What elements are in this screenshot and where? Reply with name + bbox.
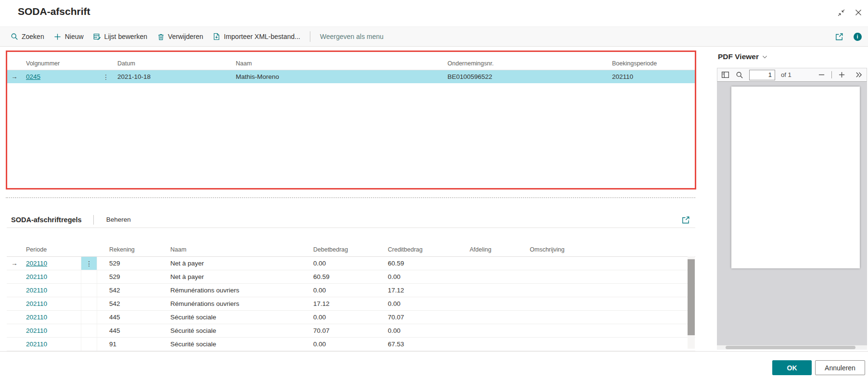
row-arrow-icon	[7, 324, 26, 337]
new-action[interactable]: Nieuw	[49, 27, 89, 46]
afdeling-value	[470, 257, 530, 270]
naam-value: Sécurité sociale	[170, 338, 313, 351]
toolbar-divider	[310, 31, 310, 42]
periode-value[interactable]: 202110	[26, 341, 47, 348]
rekening-value: 542	[97, 284, 170, 297]
table-row[interactable]: 202110 91 Sécurité sociale 0.00 67.53	[7, 338, 695, 351]
ok-button[interactable]: OK	[772, 360, 812, 375]
periode-value[interactable]: 202110	[26, 273, 47, 280]
row-dots[interactable]: ⋮	[81, 257, 97, 270]
search-action[interactable]: Zoeken	[11, 27, 49, 46]
row-dots[interactable]	[81, 324, 97, 337]
zoom-out-icon[interactable]	[817, 71, 826, 79]
edit-list-action[interactable]: Lijst bewerken	[89, 27, 153, 46]
naam-value: Net à payer	[170, 270, 313, 283]
column-header-volgnummer[interactable]: Volgnummer	[26, 57, 98, 70]
table-row[interactable]: → 0245 ⋮ 2021-10-18 Mathis-Moreno BE0100…	[7, 70, 695, 83]
scrollbar-thumb[interactable]	[688, 259, 695, 335]
pdf-search-icon[interactable]	[735, 71, 743, 79]
header-spacer	[7, 243, 26, 256]
omschrijving-value	[530, 311, 695, 324]
main-content: Volgnummer Datum Naam Ondernemingsnr. Bo…	[0, 47, 696, 351]
debet-value: 0.00	[313, 284, 388, 297]
column-header-datum[interactable]: Datum	[114, 57, 236, 70]
double-chevron-right-icon[interactable]	[855, 71, 863, 79]
periode-value[interactable]: 202110	[26, 287, 47, 294]
credit-value: 0.00	[388, 297, 470, 310]
pdf-viewer-dropdown[interactable]: PDF Viewer	[718, 52, 768, 61]
row-arrow-icon	[7, 270, 26, 283]
table-row[interactable]: 202110 445 Sécurité sociale 0.00 70.07	[7, 311, 695, 324]
credit-value: 70.07	[388, 311, 470, 324]
column-header-naam[interactable]: Naam	[170, 243, 313, 256]
share-icon[interactable]	[834, 32, 844, 41]
horizontal-scrollbar[interactable]	[717, 345, 867, 350]
naam-value: Mathis-Moreno	[236, 70, 447, 83]
column-header-boekingsperiode[interactable]: Boekingsperiode	[612, 57, 695, 70]
action-label: Lijst bewerken	[104, 33, 148, 40]
table-row[interactable]: 202110 529 Net à payer 60.59 0.00	[7, 270, 695, 284]
debet-value: 70.07	[313, 324, 388, 337]
column-header-creditbedrag[interactable]: Creditbedrag	[388, 243, 470, 256]
view-as-menu-action[interactable]: Weergeven als menu	[315, 27, 388, 46]
table-row[interactable]: 202110 542 Rémunérations ouvriers 0.00 1…	[7, 284, 695, 297]
column-header-debetbedrag[interactable]: Debetbedrag	[313, 243, 388, 256]
periode-value[interactable]: 202110	[26, 300, 47, 307]
row-dots[interactable]	[81, 270, 97, 283]
column-header-afdeling[interactable]: Afdeling	[470, 243, 530, 256]
credit-value: 0.00	[388, 324, 470, 337]
row-dots[interactable]	[81, 311, 97, 324]
column-header-periode[interactable]: Periode	[26, 243, 81, 256]
lines-table: Periode Rekening Naam Debetbedrag Credit…	[7, 243, 695, 351]
column-header-naam[interactable]: Naam	[236, 57, 447, 70]
import-xml-action[interactable]: Importeer XML-bestand...	[208, 27, 305, 46]
volgnummer-link[interactable]: 0245	[26, 73, 40, 80]
column-header-ondernemingsnr[interactable]: Ondernemingsnr.	[447, 57, 612, 70]
datum-value: 2021-10-18	[114, 70, 236, 83]
afdeling-value	[470, 297, 530, 310]
row-menu-dots-icon[interactable]: ⋮	[98, 70, 114, 83]
vertical-scrollbar[interactable]	[688, 256, 695, 349]
debet-value: 0.00	[313, 338, 388, 351]
row-dots[interactable]	[81, 338, 97, 351]
page-count-label: of 1	[781, 71, 791, 78]
info-icon[interactable]: i	[853, 32, 862, 41]
pdf-factbox: PDF Viewer	[703, 47, 868, 351]
zoom-in-icon[interactable]	[838, 71, 846, 79]
afdeling-value	[470, 270, 530, 283]
statement-list: Volgnummer Datum Naam Ondernemingsnr. Bo…	[7, 57, 695, 83]
cancel-button[interactable]: Annuleren	[815, 360, 865, 375]
manage-menu[interactable]: Beheren	[106, 216, 131, 223]
row-arrow-icon	[7, 297, 26, 310]
periode-value[interactable]: 202110	[26, 260, 47, 267]
column-header-rekening[interactable]: Rekening	[97, 243, 170, 256]
table-row[interactable]: 202110 542 Rémunérations ouvriers 17.12 …	[7, 297, 695, 311]
naam-value: Sécurité sociale	[170, 311, 313, 324]
afdeling-value	[470, 284, 530, 297]
info-glyph: i	[854, 33, 862, 41]
row-arrow-icon: →	[7, 70, 26, 83]
pdf-page	[731, 87, 860, 268]
delete-action[interactable]: Verwijderen	[152, 27, 208, 46]
boekingsperiode-value: 202110	[612, 70, 695, 83]
periode-value[interactable]: 202110	[26, 314, 47, 321]
table-row[interactable]: → 202110 ⋮ 529 Net à payer 0.00 60.59	[7, 257, 695, 270]
scrollbar-thumb[interactable]	[726, 346, 855, 349]
pdf-canvas-area	[717, 82, 867, 345]
share-icon[interactable]	[681, 215, 690, 225]
close-icon[interactable]	[854, 8, 863, 17]
table-row[interactable]: 202110 445 Sécurité sociale 70.07 0.00	[7, 324, 695, 338]
toolbar-divider	[831, 71, 832, 78]
row-dots[interactable]	[81, 297, 97, 310]
omschrijving-value	[530, 257, 695, 270]
rekening-value: 529	[97, 270, 170, 283]
credit-value: 0.00	[388, 270, 470, 283]
naam-value: Rémunérations ouvriers	[170, 284, 313, 297]
periode-value[interactable]: 202110	[26, 327, 47, 334]
row-dots[interactable]	[81, 284, 97, 297]
page-number-input[interactable]	[749, 70, 775, 80]
sidebar-toggle-icon[interactable]	[721, 71, 729, 79]
minimize-icon[interactable]	[836, 8, 846, 17]
column-header-omschrijving[interactable]: Omschrijving	[530, 243, 695, 256]
rekening-value: 445	[97, 324, 170, 337]
